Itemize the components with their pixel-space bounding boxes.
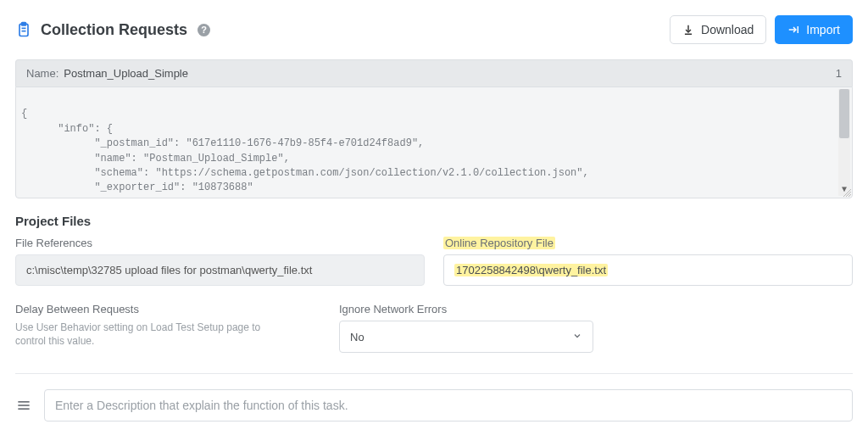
chevron-down-icon — [572, 331, 582, 343]
page-header: Collection Requests ? Download Import — [15, 15, 853, 44]
code-content: { "info": { "_postman_id": "617e1110-167… — [21, 108, 589, 198]
ignore-errors-value: No — [350, 331, 364, 343]
svg-rect-1 — [22, 23, 26, 25]
import-button[interactable]: Import — [775, 15, 853, 44]
collection-json-viewer[interactable]: { "info": { "_postman_id": "617e1110-167… — [15, 87, 853, 198]
import-icon — [787, 24, 799, 36]
section-divider — [15, 373, 853, 374]
options-row: Delay Between Requests Use User Behavior… — [15, 303, 853, 353]
description-row — [15, 389, 853, 421]
header-actions: Download Import — [670, 15, 853, 44]
download-label: Download — [701, 23, 754, 36]
scrollbar-thumb[interactable] — [839, 89, 849, 138]
file-references-value: c:\misc\temp\32785 upload files for post… — [15, 254, 425, 286]
header-left: Collection Requests ? — [15, 20, 670, 39]
name-label: Name: — [26, 67, 58, 80]
name-value: Postman_Upload_Simple — [64, 67, 188, 80]
clipboard-icon — [15, 20, 32, 39]
help-icon[interactable]: ? — [198, 24, 210, 36]
import-label: Import — [806, 23, 840, 36]
menu-icon[interactable] — [15, 397, 32, 414]
project-files-heading: Project Files — [15, 214, 853, 228]
ignore-errors-select[interactable]: No — [339, 321, 593, 353]
download-button[interactable]: Download — [670, 15, 766, 44]
resize-handle-icon[interactable] — [843, 188, 851, 197]
collection-count: 1 — [836, 67, 842, 80]
page-title: Collection Requests — [41, 21, 187, 39]
online-repo-value[interactable]: 1702258842498\qwerty_file.txt — [443, 254, 853, 286]
file-references-label: File References — [15, 237, 425, 249]
delay-label: Delay Between Requests — [15, 303, 320, 315]
online-repo-label: Online Repository File — [443, 237, 853, 249]
project-files-row: File References c:\misc\temp\32785 uploa… — [15, 237, 853, 286]
download-icon — [682, 24, 694, 36]
description-input[interactable] — [44, 389, 853, 421]
collection-name-bar: Name: Postman_Upload_Simple 1 — [15, 59, 853, 87]
ignore-errors-label: Ignore Network Errors — [339, 303, 853, 315]
delay-helper: Use User Behavior setting on Load Test S… — [15, 321, 287, 348]
